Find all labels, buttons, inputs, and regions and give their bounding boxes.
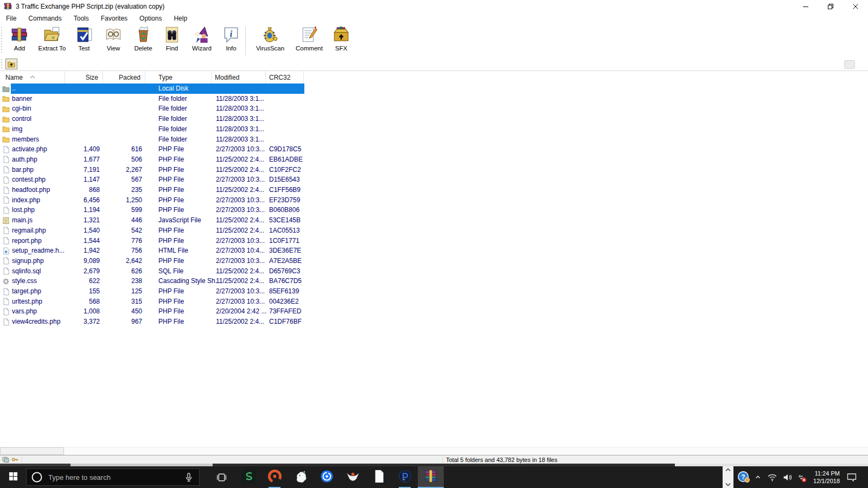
file-row-contest.php[interactable]: contest.php1,147567PHP File2/27/2003 10:…: [0, 175, 868, 185]
sync-error-icon[interactable]: [794, 466, 808, 488]
get-help-icon[interactable]: ?: [737, 466, 751, 488]
file-packed: 567: [102, 175, 142, 185]
file-row-img[interactable]: imgFile folder11/28/2003 3:1...: [0, 124, 868, 134]
column-header-name[interactable]: Name: [0, 71, 65, 84]
file-row-lost.php[interactable]: lost.php1,194599PHP File2/27/2003 10:3..…: [0, 205, 868, 215]
toolbar-button-sfx[interactable]: SFX: [327, 24, 355, 52]
file-modified: 2/27/2003 10:3...: [216, 205, 265, 215]
file-type: PHP File: [158, 286, 184, 297]
action-center-icon[interactable]: [844, 466, 859, 488]
winrar-app-icon: [424, 469, 438, 486]
file-name: target.php: [12, 286, 41, 297]
menu-item-favorites[interactable]: Favorites: [95, 14, 133, 23]
restore-button[interactable]: [818, 0, 843, 13]
file-icon: [2, 237, 10, 245]
file-row-auth.php[interactable]: auth.php1,677506PHP File11/25/2002 2:4..…: [0, 155, 868, 165]
file-modified: 11/25/2002 2:4...: [216, 215, 264, 226]
file-packed: 776: [102, 236, 142, 246]
taskbar-app-green-s[interactable]: [235, 466, 261, 488]
file-icon: [2, 308, 10, 316]
toolbar-button-info[interactable]: iInfo: [218, 24, 244, 52]
file-modified: 11/28/2003 3:1...: [216, 114, 264, 124]
volume-icon[interactable]: [780, 466, 794, 488]
taskbar-app-white-creature[interactable]: [288, 466, 314, 488]
column-header-size[interactable]: Size: [65, 71, 103, 84]
file-type: PHP File: [158, 205, 184, 215]
wifi-icon[interactable]: [765, 466, 779, 488]
taskbar-app-division[interactable]: [340, 466, 366, 488]
menu-item-options[interactable]: Options: [133, 14, 168, 23]
background-scrollbar[interactable]: [723, 466, 733, 488]
file-icon: [2, 187, 10, 194]
taskbar-search[interactable]: [26, 468, 200, 486]
file-modified: 11/25/2002 2:4...: [216, 317, 264, 327]
minimize-button[interactable]: [793, 0, 818, 13]
toolbar-button-view[interactable]: View: [99, 24, 128, 52]
start-button[interactable]: [0, 466, 26, 488]
file-crc32: D15E6543: [269, 175, 300, 185]
taskbar-app-uplay[interactable]: [314, 466, 340, 488]
file-row-signup.php[interactable]: signup.php9,0892,642PHP File2/27/2003 10…: [0, 256, 868, 266]
file-name: index.php: [12, 195, 40, 206]
toolbar-button-add[interactable]: Add: [4, 24, 35, 52]
file-row-vars.php[interactable]: vars.php1,008450PHP File2/20/2004 2:42 .…: [0, 306, 868, 317]
file-row-view4credits.php[interactable]: view4credits.php3,372967PHP File11/25/20…: [0, 317, 868, 327]
file-row-activate.php[interactable]: activate.php1,409616PHP File2/27/2003 10…: [0, 144, 868, 155]
clock[interactable]: 11:24 PM 12/1/2018: [808, 466, 840, 488]
file-row-sqlinfo.sql[interactable]: sqlinfo.sql2,679626SQL File11/25/2002 2:…: [0, 266, 868, 277]
toolbar-button-test[interactable]: Test: [69, 24, 99, 52]
file-row-headfoot.php[interactable]: headfoot.php868235PHP File11/25/2002 2:4…: [0, 185, 868, 195]
folder-icon: [2, 95, 10, 102]
toolbar-button-find[interactable]: Find: [158, 24, 186, 52]
file-row-regmail.php[interactable]: regmail.php1,540542PHP File11/25/2002 2:…: [0, 226, 868, 236]
file-row-urltest.php[interactable]: urltest.php568315PHP File2/27/2003 10:3.…: [0, 297, 868, 307]
column-header-crc32[interactable]: CRC32: [266, 71, 304, 84]
toolbar-button-comment[interactable]: Comment: [291, 24, 327, 52]
file-row-control[interactable]: controlFile folder11/28/2003 3:1...: [0, 114, 868, 124]
toolbar-button-label: VirusScan: [256, 45, 284, 52]
microphone-icon[interactable]: [184, 472, 194, 482]
file-icon: [2, 166, 10, 174]
file-row-main.js[interactable]: main.js1,321446JavaScript File11/25/2002…: [0, 215, 868, 226]
file-size: 1,008: [61, 306, 100, 317]
toolbar-button-wizard[interactable]: Wizard: [186, 24, 218, 52]
search-input[interactable]: [43, 473, 184, 482]
chevron-up-icon[interactable]: [753, 466, 763, 488]
up-directory-button[interactable]: [5, 59, 17, 69]
file-name: auth.php: [12, 155, 37, 165]
time-text: 11:24 PM: [808, 470, 840, 477]
horizontal-scrollbar[interactable]: [0, 447, 868, 455]
toolbar-button-virusscan[interactable]: VirusScan: [249, 24, 291, 52]
file-name: setup_readme.h...: [12, 246, 65, 256]
file-modified: 11/25/2002 2:4...: [216, 155, 264, 165]
menu-item-commands[interactable]: Commands: [22, 14, 67, 23]
column-header-packed[interactable]: Packed: [103, 71, 145, 84]
file-icon: [2, 156, 10, 163]
taskbar-app-document[interactable]: [366, 466, 392, 488]
column-header-type[interactable]: Type: [145, 71, 212, 84]
taskbar-app-origin[interactable]: [261, 466, 288, 488]
menu-item-tools[interactable]: Tools: [68, 14, 95, 23]
taskbar-app-p[interactable]: [392, 466, 418, 488]
close-button[interactable]: [843, 0, 868, 13]
toolbar-button-extract-to[interactable]: Extract To: [35, 24, 69, 52]
file-row-setup_readme.h...[interactable]: esetup_readme.h...1,942756HTML File2/27/…: [0, 246, 868, 256]
horizontal-scrollbar-thumb[interactable]: [0, 447, 64, 455]
file-packed: 616: [102, 144, 142, 155]
menu-item-file[interactable]: File: [0, 14, 22, 23]
column-header-modified[interactable]: Modified: [212, 71, 266, 84]
file-row-..[interactable]: ..Local Disk: [0, 84, 868, 94]
scrollbar-thumb-hint[interactable]: [844, 60, 855, 69]
file-row-index.php[interactable]: index.php6,4561,250PHP File2/27/2003 10:…: [0, 195, 868, 206]
file-row-target.php[interactable]: target.php155125PHP File2/27/2003 10:3..…: [0, 286, 868, 297]
toolbar-button-delete[interactable]: Delete: [128, 24, 158, 52]
file-row-style.css[interactable]: style.css622238Cascading Style Sh...11/2…: [0, 276, 868, 286]
file-row-cgi-bin[interactable]: cgi-binFile folder11/28/2003 3:1...: [0, 104, 868, 114]
file-row-banner[interactable]: bannerFile folder11/28/2003 3:1...: [0, 94, 868, 104]
menu-item-help[interactable]: Help: [168, 14, 193, 23]
taskbar-app-winrar[interactable]: [418, 466, 444, 488]
file-row-report.php[interactable]: report.php1,544776PHP File2/27/2003 10:3…: [0, 236, 868, 246]
file-row-members[interactable]: membersFile folder11/28/2003 3:1...: [0, 134, 868, 145]
task-view-icon[interactable]: [210, 466, 232, 488]
file-row-bar.php[interactable]: bar.php7,1912,267PHP File11/25/2002 2:4.…: [0, 165, 868, 175]
